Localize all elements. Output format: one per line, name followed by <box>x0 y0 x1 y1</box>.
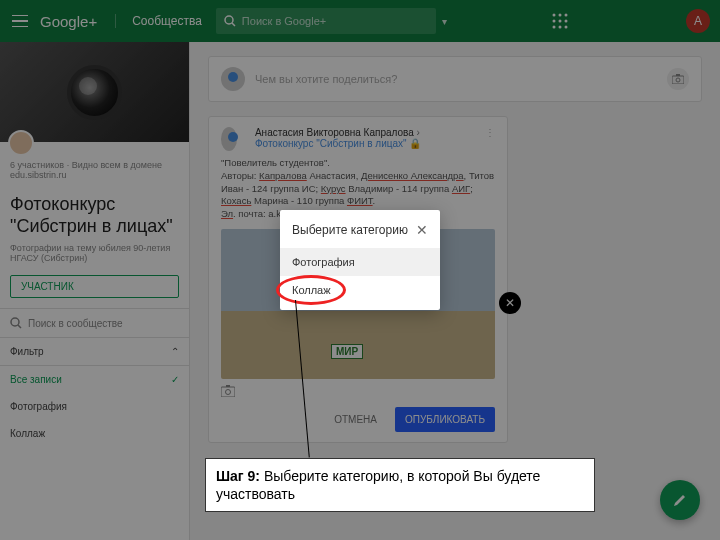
community-owner-avatar[interactable] <box>8 130 34 156</box>
svg-point-2 <box>553 14 556 17</box>
svg-rect-13 <box>672 76 684 84</box>
compose-fab[interactable] <box>660 480 700 520</box>
share-prompt: Чем вы хотите поделиться? <box>255 73 397 85</box>
filter-collage[interactable]: Коллаж <box>0 420 189 447</box>
svg-rect-16 <box>221 387 235 397</box>
checkmark-icon: ✓ <box>171 374 179 385</box>
close-icon[interactable]: ✕ <box>416 222 428 238</box>
cover-image <box>67 65 122 120</box>
current-user-avatar <box>221 67 245 91</box>
svg-point-3 <box>559 14 562 17</box>
instruction-callout: Шаг 9: Выберите категорию, в которой Вы … <box>205 458 595 512</box>
svg-point-14 <box>676 78 680 82</box>
svg-point-5 <box>553 20 556 23</box>
add-photo-icon[interactable] <box>221 385 495 397</box>
category-dialog-title: Выберите категорию <box>292 223 408 237</box>
community-search[interactable]: Поиск в сообществе <box>0 309 189 337</box>
global-search[interactable] <box>216 8 436 34</box>
svg-point-11 <box>11 318 19 326</box>
nav-communities[interactable]: Сообщества <box>115 14 202 28</box>
svg-rect-15 <box>676 74 680 76</box>
svg-point-6 <box>559 20 562 23</box>
svg-line-1 <box>232 23 235 26</box>
svg-point-10 <box>565 26 568 29</box>
svg-point-7 <box>565 20 568 23</box>
community-cover <box>0 42 189 142</box>
cancel-button[interactable]: ОТМЕНА <box>326 408 385 431</box>
community-description: Фотографии на тему юбилея 90-летия НГАСУ… <box>0 243 189 271</box>
membership-button[interactable]: УЧАСТНИК <box>10 275 179 298</box>
filter-photo[interactable]: Фотография <box>0 393 189 420</box>
hamburger-icon[interactable] <box>10 11 30 31</box>
post-community-link[interactable]: Фотоконкурс "Сибстрин в лицах" <box>255 138 407 149</box>
svg-point-4 <box>565 14 568 17</box>
filter-all[interactable]: Все записи✓ <box>0 366 189 393</box>
close-media-icon[interactable]: ✕ <box>499 292 521 314</box>
svg-point-9 <box>559 26 562 29</box>
camera-icon[interactable] <box>667 68 689 90</box>
svg-rect-18 <box>226 385 230 387</box>
share-box[interactable]: Чем вы хотите поделиться? <box>208 56 702 102</box>
category-option-collage[interactable]: Коллаж <box>280 276 440 304</box>
category-option-photo[interactable]: Фотография <box>280 248 440 276</box>
svg-point-17 <box>226 390 231 395</box>
search-dropdown-icon[interactable]: ▾ <box>442 16 447 27</box>
category-dialog: Выберите категорию ✕ Фотография Коллаж <box>280 210 440 310</box>
apps-grid-icon[interactable] <box>550 11 570 31</box>
chevron-up-icon: ⌃ <box>171 346 179 357</box>
svg-line-12 <box>18 325 21 328</box>
post-menu-icon[interactable]: ⋮ <box>485 127 495 138</box>
filter-header[interactable]: Фильтр ⌃ <box>0 338 189 365</box>
post-author-name[interactable]: Анастасия Викторовна Капралова <box>255 127 414 138</box>
svg-point-8 <box>553 26 556 29</box>
logo: Google+ <box>40 13 97 30</box>
user-avatar[interactable]: A <box>686 9 710 33</box>
post-author-avatar[interactable] <box>221 127 237 151</box>
community-title: Фотоконкурс "Сибстрин в лицах" <box>0 186 189 243</box>
filter-list: Все записи✓ Фотография Коллаж <box>0 366 189 447</box>
global-search-input[interactable] <box>242 15 428 27</box>
community-sidebar: 6 участников · Видно всем в домене edu.s… <box>0 42 190 540</box>
app-header: Google+ Сообщества ▾ A <box>0 0 720 42</box>
svg-point-0 <box>225 16 233 24</box>
publish-button[interactable]: ОПУБЛИКОВАТЬ <box>395 407 495 432</box>
